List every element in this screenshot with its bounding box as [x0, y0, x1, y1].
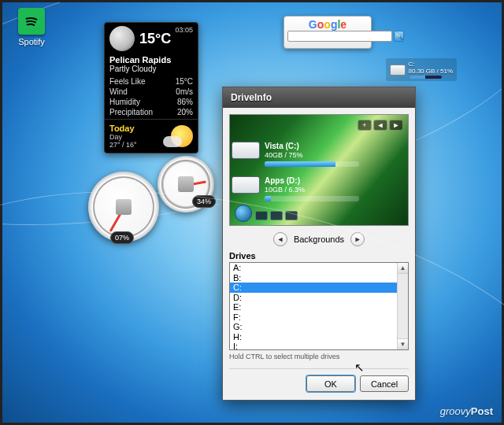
- preview-drive-1-meta: 40GB / 75%: [265, 151, 303, 159]
- sun-icon: [171, 125, 193, 147]
- humidity-value: 86%: [177, 97, 193, 107]
- background-next-button[interactable]: ►: [350, 232, 365, 246]
- cursor-icon: ↖: [354, 360, 365, 375]
- cpu-gauge: 07%: [88, 172, 159, 242]
- weather-gadget[interactable]: 15°C 03:05 Pelican Rapids Partly Cloudy …: [104, 22, 198, 153]
- drive-list-item[interactable]: D:: [230, 293, 397, 303]
- drive-list-item[interactable]: A:: [230, 263, 397, 273]
- google-logo: Google: [287, 18, 368, 31]
- preview-pane: + ◄ ► Vista (C:) 40GB / 75% Apps (D:) 10…: [229, 114, 409, 226]
- disk-icon: [232, 176, 260, 194]
- drive-list-item[interactable]: G:: [230, 322, 397, 332]
- preview-add-button[interactable]: +: [358, 120, 372, 131]
- mini-drive-label: C:: [409, 61, 453, 68]
- drive-list-item[interactable]: B:: [230, 273, 397, 283]
- weather-temp: 15°C: [139, 31, 171, 47]
- background-label: Backgrounds: [294, 235, 344, 244]
- scroll-down-button[interactable]: ▼: [398, 338, 408, 349]
- weather-clock: 03:05: [175, 26, 193, 34]
- today-sub: Day: [109, 133, 122, 141]
- preview-drive-2-name: Apps (D:): [265, 176, 300, 185]
- mini-drive-bar: [409, 76, 442, 79]
- watermark: groovyPost: [440, 405, 493, 417]
- desktop-icon-label: Spotify: [9, 37, 54, 46]
- drive-list-item[interactable]: H:: [230, 332, 397, 342]
- preview-drive-2-bar: [265, 196, 359, 201]
- humidity-label: Humidity: [109, 97, 140, 107]
- ram-gauge: 34%: [158, 156, 214, 213]
- today-hilo: 27° / 16°: [109, 141, 137, 149]
- moon-icon: [109, 26, 135, 51]
- background-prev-button[interactable]: ◄: [273, 232, 287, 246]
- google-gadget[interactable]: Google 🔍: [284, 16, 372, 49]
- dialog-title[interactable]: DriveInfo: [223, 87, 415, 108]
- precip-value: 20%: [177, 107, 193, 117]
- cpu-gauge-value: 07%: [110, 231, 134, 244]
- wind-label: Wind: [109, 87, 128, 97]
- drives-scrollbar[interactable]: ▲ ▼: [397, 263, 408, 349]
- mini-drive-meta: 80.30 GB / 51%: [409, 68, 453, 75]
- today-label: Today: [109, 124, 137, 133]
- feelslike-label: Feels Like: [109, 76, 146, 87]
- weather-condition: Partly Cloudy: [105, 65, 198, 76]
- ok-button[interactable]: OK: [306, 375, 355, 392]
- disk-icon: [390, 65, 406, 76]
- driveinfo-dialog: DriveInfo + ◄ ► Vista (C:) 40GB / 75% Ap…: [222, 87, 416, 401]
- drives-label: Drives: [229, 251, 409, 261]
- drive-mini-gadget[interactable]: C: 80.30 GB / 51%: [386, 58, 457, 81]
- preview-prev-button[interactable]: ◄: [373, 120, 387, 131]
- wind-value: 0m/s: [176, 87, 193, 97]
- preview-drive-1-name: Vista (C:): [265, 142, 299, 150]
- disk-icon: [232, 142, 260, 159]
- preview-drive-1-bar: [265, 161, 359, 167]
- drive-list-item[interactable]: E:: [230, 302, 397, 312]
- google-search-button[interactable]: 🔍: [394, 31, 404, 42]
- meter-gadget[interactable]: 34% 07%: [88, 156, 214, 250]
- preview-taskbar-icons: [255, 211, 298, 220]
- preview-drive-2: Apps (D:) 10GB / 6.3%: [265, 176, 359, 201]
- drive-list-item[interactable]: C:: [230, 283, 397, 293]
- preview-drive-2-meta: 10GB / 6.3%: [265, 186, 305, 194]
- preview-drive-1: Vista (C:) 40GB / 75%: [265, 142, 359, 167]
- scroll-up-button[interactable]: ▲: [398, 263, 408, 274]
- drives-hint: Hold CTRL to select multiple drives: [229, 353, 409, 360]
- feelslike-value: 15°C: [176, 76, 193, 87]
- spotify-icon: [18, 8, 45, 35]
- preview-next-button[interactable]: ►: [389, 120, 403, 131]
- drive-list-item[interactable]: F:: [230, 312, 397, 323]
- weather-location: Pelican Rapids: [105, 53, 198, 65]
- drive-list-item[interactable]: I:: [230, 342, 397, 349]
- start-orb-icon: [235, 205, 252, 222]
- desktop-icon-spotify[interactable]: Spotify: [9, 8, 54, 46]
- ram-gauge-value: 34%: [192, 195, 216, 208]
- google-search-input[interactable]: [287, 31, 392, 42]
- cancel-button[interactable]: Cancel: [360, 375, 409, 392]
- drives-listbox[interactable]: A:B:C:D:E:F:G:H:I:J: ▲ ▼: [229, 262, 409, 350]
- precip-label: Precipitation: [109, 107, 153, 117]
